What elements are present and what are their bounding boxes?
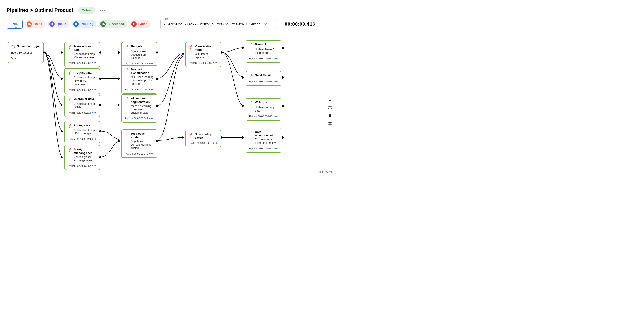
runner-icon bbox=[68, 45, 72, 49]
node-menu-icon[interactable]: ••• bbox=[92, 88, 96, 92]
node-web-app[interactable]: Web app Update web app data Python00:00:… bbox=[246, 98, 281, 121]
node-lang: Python bbox=[125, 117, 133, 120]
node-in-port[interactable] bbox=[61, 103, 63, 107]
node-in-port[interactable] bbox=[118, 103, 120, 107]
chip-queue-label: Queue bbox=[56, 22, 66, 26]
runner-icon bbox=[68, 71, 72, 75]
node-in-port[interactable] bbox=[118, 51, 120, 54]
node-out-port[interactable] bbox=[156, 51, 158, 53]
node-desc: Update Power BI dashboards bbox=[249, 48, 278, 55]
node-out-port[interactable] bbox=[43, 51, 45, 53]
node-menu-icon[interactable]: ••• bbox=[273, 56, 278, 60]
node-in-port[interactable] bbox=[182, 136, 184, 139]
node-visualisation-model[interactable]: Visualisation model Join data for report… bbox=[185, 42, 221, 67]
run-button[interactable]: Run ☟ bbox=[7, 20, 22, 28]
node-time: 00:00:00.095 bbox=[258, 80, 272, 83]
node-in-port[interactable] bbox=[242, 104, 244, 108]
node-out-port[interactable] bbox=[99, 78, 102, 80]
node-out-port[interactable] bbox=[282, 46, 284, 49]
node-in-port[interactable] bbox=[242, 136, 244, 139]
node-title: Visualisation model bbox=[195, 45, 218, 51]
node-menu-icon[interactable]: ••• bbox=[273, 80, 278, 84]
node-menu-icon[interactable]: ••• bbox=[92, 111, 96, 115]
node-data-quality-check[interactable]: Data quality check Bash00:00:00.008••• bbox=[185, 130, 221, 147]
chip-running[interactable]: 0 Running bbox=[72, 20, 96, 28]
node-time: 00:00:02.067 bbox=[76, 89, 91, 91]
node-out-port[interactable] bbox=[220, 51, 223, 53]
pipeline-canvas[interactable]: Schedule trigger Every 10 seconds UTC Tr… bbox=[0, 36, 335, 175]
runner-icon bbox=[125, 45, 129, 49]
node-in-port[interactable] bbox=[242, 76, 244, 79]
node-power-bi[interactable]: Power BI Update Power BI dashboards Pyth… bbox=[246, 40, 281, 63]
lock-button[interactable] bbox=[328, 113, 332, 118]
node-predictive-model[interactable]: Predictive model Supply and demand dynam… bbox=[122, 129, 157, 158]
node-menu-icon[interactable]: ••• bbox=[92, 61, 96, 65]
node-out-port[interactable] bbox=[99, 130, 102, 133]
node-out-port[interactable] bbox=[282, 136, 284, 139]
node-menu-icon[interactable]: ••• bbox=[149, 87, 154, 91]
node-out-port[interactable] bbox=[99, 156, 102, 158]
node-menu-icon[interactable]: ••• bbox=[213, 141, 218, 145]
node-out-port[interactable] bbox=[156, 105, 158, 107]
node-desc: Convert global exchange rates bbox=[68, 156, 96, 162]
node-desc: Spreadsheet budgets from Finance bbox=[125, 50, 154, 60]
chip-succeeded[interactable]: 16 Succeeded bbox=[99, 20, 127, 28]
node-in-port[interactable] bbox=[61, 130, 63, 133]
node-foreign-exchange-api[interactable]: Foreign exchange API Convert global exch… bbox=[64, 145, 100, 170]
node-lang: Python bbox=[68, 165, 76, 167]
zoom-out-button[interactable] bbox=[328, 98, 332, 103]
node-out-port[interactable] bbox=[156, 140, 158, 142]
node-in-port[interactable] bbox=[118, 139, 120, 142]
chip-steps[interactable]: 16 Steps bbox=[25, 20, 45, 28]
breadcrumb[interactable]: Pipelines > Optimal Product bbox=[7, 7, 73, 13]
zoom-in-button[interactable] bbox=[328, 91, 332, 95]
node-title: Customer data bbox=[74, 97, 94, 101]
node-title: Budgets bbox=[131, 45, 142, 49]
node-in-port[interactable] bbox=[182, 53, 184, 56]
run-select[interactable]: 26 Apr 2022 12:06:55 - 3c28228c-5790-46b… bbox=[160, 19, 277, 29]
node-subtext: Every 10 seconds bbox=[11, 51, 40, 54]
node-menu-icon[interactable]: ••• bbox=[92, 137, 96, 141]
node-title: Web app bbox=[255, 101, 267, 105]
node-budgets[interactable]: Budgets Spreadsheet budgets from Finance… bbox=[122, 42, 157, 68]
node-menu-icon[interactable]: ••• bbox=[149, 152, 154, 156]
header-more-icon[interactable]: ••• bbox=[100, 8, 106, 13]
node-data-management[interactable]: Data management Delete records older tha… bbox=[246, 128, 281, 153]
node-product-classification[interactable]: Product classification NLP Deep learning… bbox=[122, 65, 157, 94]
node-time: 00:00:03.066 bbox=[134, 62, 148, 65]
chip-queue[interactable]: 0 Queue bbox=[48, 20, 70, 28]
chip-running-count: 0 bbox=[74, 21, 79, 27]
node-send-email[interactable]: Send Email Python00:00:00.095••• bbox=[246, 71, 281, 86]
node-menu-icon[interactable]: ••• bbox=[213, 61, 218, 65]
node-ai-customer-segmentation[interactable]: AI customer segmentation Machine learnin… bbox=[122, 94, 157, 123]
node-customer-data[interactable]: Customer data Connect and map - CRM Pyth… bbox=[64, 95, 100, 117]
node-in-port[interactable] bbox=[61, 77, 63, 80]
node-out-port[interactable] bbox=[156, 78, 158, 80]
node-out-port[interactable] bbox=[282, 76, 284, 79]
runner-icon bbox=[68, 97, 72, 101]
node-schedule-trigger[interactable]: Schedule trigger Every 10 seconds UTC bbox=[8, 42, 44, 63]
fit-view-button[interactable] bbox=[328, 106, 332, 110]
node-menu-icon[interactable]: ••• bbox=[149, 116, 154, 120]
elapsed-time: 00:00:09.416 bbox=[285, 21, 315, 27]
node-in-port[interactable] bbox=[61, 156, 63, 159]
node-pricing-data[interactable]: Pricing data Connect and map - Pricing e… bbox=[64, 121, 100, 143]
node-out-port[interactable] bbox=[99, 104, 102, 106]
node-title: AI customer segmentation bbox=[131, 97, 154, 104]
node-out-port[interactable] bbox=[220, 137, 223, 139]
node-in-port[interactable] bbox=[118, 77, 120, 80]
fullscreen-button[interactable] bbox=[328, 121, 332, 125]
chip-failed[interactable]: 0 Failed bbox=[130, 20, 150, 28]
node-menu-icon[interactable]: ••• bbox=[273, 147, 278, 151]
node-in-port[interactable] bbox=[242, 46, 244, 49]
node-menu-icon[interactable]: ••• bbox=[92, 164, 96, 168]
node-lang: Python bbox=[249, 147, 257, 150]
node-lang: Python bbox=[68, 138, 76, 141]
svg-point-6 bbox=[127, 45, 128, 46]
node-menu-icon[interactable]: ••• bbox=[273, 114, 278, 118]
node-in-port[interactable] bbox=[61, 51, 63, 54]
node-out-port[interactable] bbox=[99, 51, 102, 53]
node-transactions-data[interactable]: Transactions data Connect and map - Sale… bbox=[64, 42, 100, 67]
node-product-data[interactable]: Product data Connect and map - inventory… bbox=[64, 68, 100, 94]
node-out-port[interactable] bbox=[282, 104, 284, 108]
